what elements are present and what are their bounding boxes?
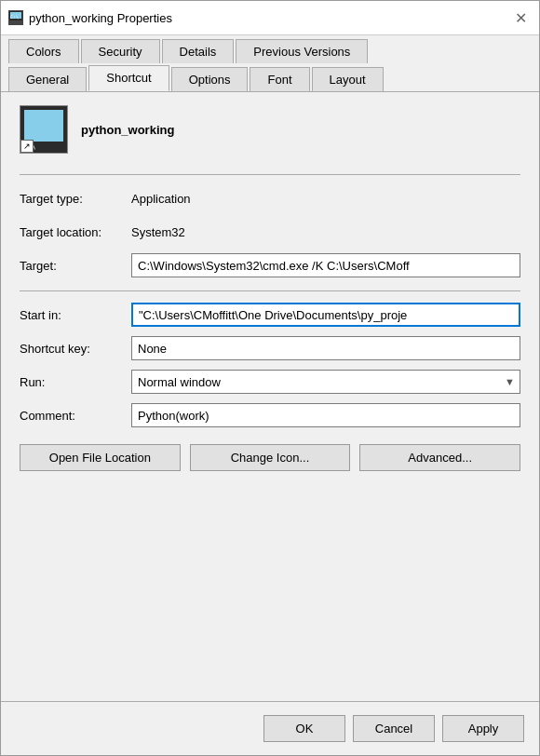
target-input[interactable]: [131, 253, 520, 277]
tabs-row2: General Shortcut Options Font Layout: [1, 63, 539, 92]
content-spacer: [1, 484, 539, 701]
start-in-row: Start in:: [20, 303, 520, 327]
comment-row: Comment:: [20, 403, 520, 427]
apply-button[interactable]: Apply: [442, 715, 524, 742]
start-in-label: Start in:: [20, 308, 131, 322]
tab-security[interactable]: Security: [81, 39, 160, 63]
shortcut-key-row: Shortcut key:: [20, 336, 520, 360]
window-title: python_working Properties: [29, 11, 172, 25]
icon-name-row: C:\ ↗ python_working: [20, 105, 520, 154]
start-in-input[interactable]: [131, 303, 520, 327]
tab-details[interactable]: Details: [162, 39, 235, 63]
target-type-label: Target type:: [20, 192, 131, 206]
shortcut-key-label: Shortcut key:: [20, 342, 131, 356]
shortcut-content: C:\ ↗ python_working Target type: Applic…: [1, 92, 539, 484]
tab-shortcut[interactable]: Shortcut: [88, 65, 169, 91]
dialog-buttons-bar: OK Cancel Apply: [1, 701, 539, 755]
target-row: Target:: [20, 253, 520, 277]
open-file-location-button[interactable]: Open File Location: [20, 444, 181, 471]
comment-input[interactable]: [131, 403, 520, 427]
target-location-value: System32: [131, 225, 185, 239]
window-icon: C:\: [8, 10, 23, 25]
target-location-row: Target location: System32: [20, 220, 520, 244]
separator-2: [20, 290, 520, 291]
target-label: Target:: [20, 259, 131, 273]
title-bar: C:\ python_working Properties ✕: [1, 1, 539, 35]
target-type-row: Target type: Application: [20, 186, 520, 210]
shortcut-key-input[interactable]: [131, 336, 520, 360]
comment-label: Comment:: [20, 409, 131, 423]
svg-text:C:\: C:\: [10, 14, 19, 20]
run-row: Run: Normal window Minimized Maximized ▼: [20, 370, 520, 394]
run-select[interactable]: Normal window Minimized Maximized: [131, 370, 520, 394]
ok-button[interactable]: OK: [263, 715, 345, 742]
tab-colors[interactable]: Colors: [8, 39, 79, 63]
shortcut-arrow: ↗: [20, 140, 34, 153]
run-label: Run:: [20, 375, 131, 389]
tabs-row1: Colors Security Details Previous Version…: [1, 35, 539, 64]
tab-layout[interactable]: Layout: [312, 67, 384, 91]
cancel-button[interactable]: Cancel: [353, 715, 435, 742]
properties-window: C:\ python_working Properties ✕ Colors S…: [0, 0, 540, 756]
tab-options[interactable]: Options: [171, 67, 249, 91]
tab-general[interactable]: General: [8, 67, 87, 91]
action-buttons: Open File Location Change Icon... Advanc…: [20, 444, 520, 471]
change-icon-button[interactable]: Change Icon...: [190, 444, 351, 471]
target-location-label: Target location:: [20, 225, 131, 239]
tab-previous-versions[interactable]: Previous Versions: [236, 39, 368, 63]
separator-1: [20, 174, 520, 175]
advanced-button[interactable]: Advanced...: [359, 444, 520, 471]
shortcut-icon: C:\ ↗: [20, 105, 68, 154]
target-type-value: Application: [131, 192, 191, 206]
run-select-wrapper: Normal window Minimized Maximized ▼: [131, 370, 520, 394]
shortcut-display-name: python_working: [81, 123, 174, 137]
close-button[interactable]: ✕: [509, 7, 532, 29]
tab-font[interactable]: Font: [250, 67, 309, 91]
